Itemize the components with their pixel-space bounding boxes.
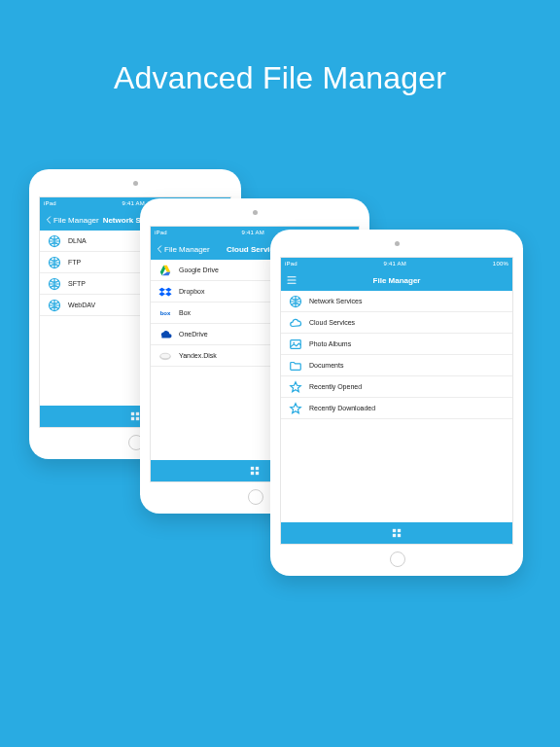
list-root: Network Services Cloud Services Photo Al…: [281, 291, 512, 522]
list-item[interactable]: Cloud Services: [281, 312, 512, 334]
svg-rect-6: [131, 417, 134, 420]
svg-rect-11: [256, 467, 259, 470]
svg-rect-12: [251, 472, 254, 475]
svg-rect-17: [393, 529, 396, 532]
globe-icon: [48, 277, 61, 291]
grid-icon[interactable]: [130, 411, 140, 421]
list-item[interactable]: Network Services: [281, 291, 512, 312]
list-item-label: Google Drive: [179, 267, 219, 273]
globe-icon: [48, 234, 61, 248]
onedrive-icon: [158, 328, 172, 341]
back-label: File Manager: [53, 216, 99, 225]
svg-rect-13: [256, 472, 259, 475]
list-item-label: FTP: [68, 259, 81, 266]
globe-icon: [48, 299, 61, 312]
list-item[interactable]: Photo Albums: [281, 334, 512, 355]
star-icon: [289, 380, 302, 394]
dropbox-icon: [158, 285, 172, 299]
list-item-label: Dropbox: [179, 288, 204, 295]
list-item-label: SFTP: [68, 280, 86, 287]
svg-rect-10: [251, 467, 254, 470]
hero-title: Advanced File Manager: [0, 60, 560, 96]
list-item-label: DLNA: [68, 237, 87, 244]
list-item-label: Yandex.Disk: [179, 352, 217, 359]
list-item[interactable]: Documents: [281, 355, 512, 376]
svg-rect-20: [398, 534, 401, 537]
folder-icon: [289, 359, 302, 373]
list-item[interactable]: Recently Downloaded: [281, 398, 512, 419]
globe-icon: [48, 256, 61, 269]
globe-icon: [289, 295, 302, 308]
list-item-label: WebDAV: [68, 302, 95, 308]
status-carrier: iPad: [285, 261, 298, 267]
back-button[interactable]: File Manager: [157, 245, 210, 254]
back-label: File Manager: [164, 245, 210, 254]
nav-title: File Manager: [281, 276, 512, 285]
svg-rect-7: [136, 417, 139, 420]
svg-rect-19: [393, 534, 396, 537]
list-item-label: Cloud Services: [309, 319, 355, 326]
list-item-label: Photo Albums: [309, 340, 351, 347]
list-item[interactable]: Recently Opened: [281, 376, 512, 398]
list-item-label: OneDrive: [179, 331, 208, 338]
cloud-icon: [289, 316, 302, 330]
status-bar: iPad 9:41 AM 100%: [281, 258, 512, 269]
list-item-label: Recently Opened: [309, 383, 362, 390]
svg-rect-18: [398, 529, 401, 532]
device-ipad-root: iPad 9:41 AM 100% File Manager Network S…: [270, 230, 523, 576]
svg-rect-5: [136, 412, 139, 415]
google-drive-icon: [158, 264, 172, 277]
yandex-disk-icon: [158, 349, 172, 363]
svg-rect-4: [131, 412, 134, 415]
list-item-label: Network Services: [309, 298, 362, 304]
status-battery: 100%: [493, 261, 508, 267]
status-carrier: iPad: [155, 230, 167, 235]
nav-bar: File Manager: [281, 269, 512, 291]
menu-icon: [287, 276, 297, 284]
chevron-left-icon: [46, 216, 52, 224]
menu-button[interactable]: [287, 276, 297, 284]
list-item-label: Documents: [309, 362, 343, 369]
star-icon: [289, 402, 302, 415]
toolbar: [281, 522, 512, 544]
box-icon: box: [158, 306, 172, 320]
grid-icon[interactable]: [250, 466, 260, 476]
grid-icon[interactable]: [392, 528, 402, 538]
list-item-label: Box: [179, 309, 191, 316]
screen-root: iPad 9:41 AM 100% File Manager Network S…: [280, 257, 513, 545]
status-carrier: iPad: [44, 200, 56, 206]
photo-icon: [289, 338, 302, 351]
status-time: 9:41 AM: [298, 261, 493, 267]
list-item-label: Recently Downloaded: [309, 405, 375, 411]
svg-point-9: [160, 353, 171, 359]
chevron-left-icon: [157, 245, 162, 253]
back-button[interactable]: File Manager: [46, 216, 99, 225]
